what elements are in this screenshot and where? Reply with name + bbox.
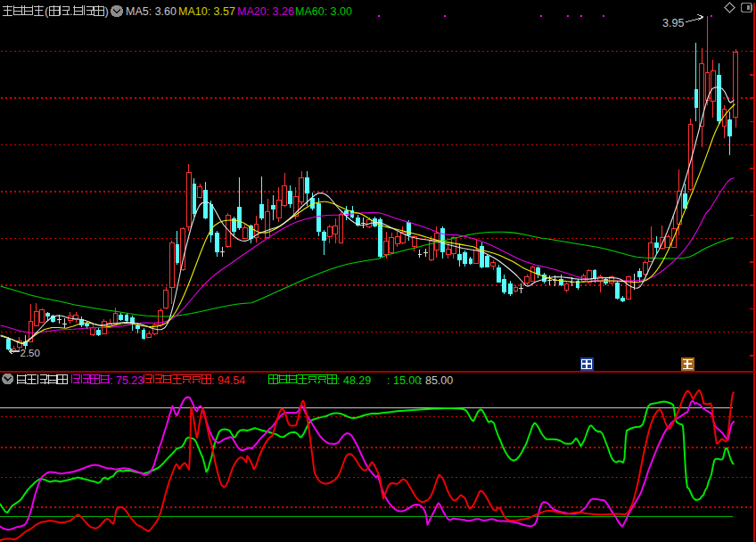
svg-text:: 94.54: : 94.54 <box>211 374 245 387</box>
svg-text:: 48.29: : 48.29 <box>337 374 371 387</box>
svg-text:.: . <box>70 4 73 18</box>
svg-text:MA10: 3.57: MA10: 3.57 <box>178 5 235 18</box>
svg-text:2.50: 2.50 <box>21 348 40 358</box>
svg-text:(: ( <box>45 4 49 18</box>
svg-text:MA5: 3.60: MA5: 3.60 <box>126 5 177 18</box>
svg-text:): ) <box>105 4 109 18</box>
svg-text:3.95: 3.95 <box>662 17 684 29</box>
svg-text:: 75.23: : 75.23 <box>110 374 144 387</box>
svg-text:MA20: 3.26: MA20: 3.26 <box>237 5 294 18</box>
svg-text:MA60: 3.00: MA60: 3.00 <box>295 5 352 18</box>
svg-text:: 85.00: : 85.00 <box>419 374 453 387</box>
svg-text:: 15.00: : 15.00 <box>387 374 421 387</box>
